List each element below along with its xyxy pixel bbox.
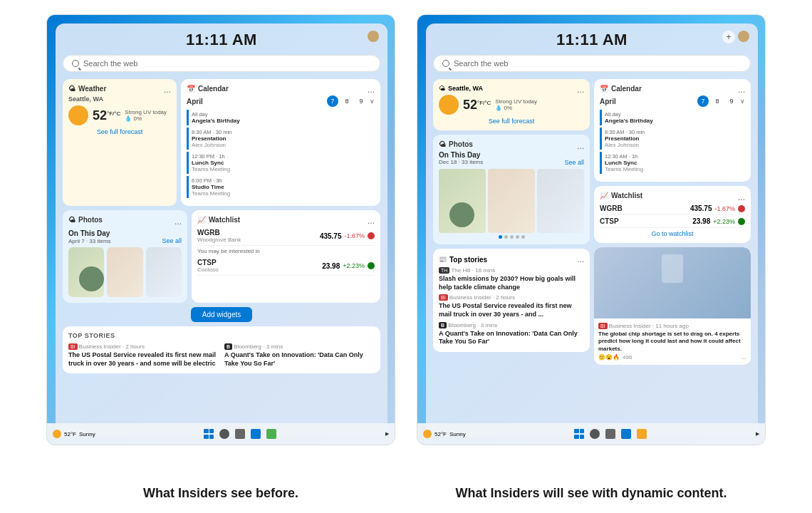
calendar-menu-before[interactable]: ...: [368, 85, 375, 95]
screenshots-row: 11:11 AM Search the web 🌤 Weather: [18, 0, 794, 485]
weather-title: 🌤 Weather: [68, 85, 171, 93]
taskbar-condition-before: Sunny: [79, 431, 95, 437]
grid-right: 📅 Calendar ... April 7 8 9: [594, 79, 751, 365]
taskbar-center-before: [204, 429, 276, 439]
weather-content-before: 52°F/°C Strong UV today 💧 0%: [68, 105, 171, 125]
taskbar-search-icon[interactable]: [219, 429, 229, 439]
stock-ctsp-after: CTSP 23.98 +2.23%: [600, 215, 745, 228]
windows-background-after: + 11:11 AM Search the web: [417, 15, 765, 445]
weather-location-after: Seattle, WA: [448, 85, 483, 92]
after-panel: + 11:11 AM Search the web: [417, 14, 766, 445]
panel-time-after: 11:11 AM: [433, 31, 751, 49]
plus-button-after[interactable]: +: [722, 31, 735, 43]
calendar-menu-after[interactable]: ...: [738, 85, 745, 95]
stock-dot-neg: [368, 232, 375, 239]
taskbar-teams-icon-after[interactable]: [621, 429, 631, 439]
search-bar-before[interactable]: Search the web: [63, 55, 380, 72]
stock-ctsp-info: CTSP Contoso: [197, 259, 219, 273]
cal-header-after: April 7 8 9 ∨: [600, 95, 745, 107]
photos-menu-before[interactable]: ...: [175, 217, 182, 227]
watchlist-menu-after[interactable]: ...: [738, 192, 745, 202]
taskbar-left-before: 52°F Sunny: [53, 430, 95, 438]
search-bar-after[interactable]: Search the web: [433, 55, 751, 72]
cal-days-after: 7 8 9 ∨: [697, 95, 745, 107]
weather-forecast-link-after[interactable]: See full forecast: [439, 118, 584, 125]
taskbar-temp-after: 52°F: [434, 431, 447, 437]
stock-dot-pos: [368, 262, 375, 269]
stock-ctsp-info-after: CTSP: [600, 217, 619, 225]
weather-menu-before[interactable]: ...: [164, 85, 171, 95]
widget-panel-after: + 11:11 AM Search the web: [426, 24, 758, 437]
taskbar-cursor-after: ▶: [756, 431, 759, 437]
search-icon-after: [442, 60, 449, 67]
top-stories-after-left: 📰 Top stories ... TH The Hill · 18 mins: [433, 249, 590, 352]
right-article-icon: BI: [598, 323, 608, 329]
watchlist-header-after: 📈 Watchlist ...: [600, 192, 745, 202]
stock-wgrb-before: WGRB Woodgrove Bank 435.75 -1.67%: [197, 227, 375, 246]
photos-header-after: 🌤 Photos ...: [439, 140, 584, 151]
calendar-title-after: 📅 Calendar: [600, 85, 745, 93]
weather-conditions: Strong UV today 💧 0%: [125, 109, 167, 122]
taskbar-app-icon-after[interactable]: [637, 429, 647, 439]
taskbar-weather-icon-before: [53, 430, 61, 438]
cal-day-after-8[interactable]: 8: [712, 95, 723, 107]
weather-forecast-link-before[interactable]: See full forecast: [68, 128, 171, 135]
taskbar-teams-icon[interactable]: [251, 429, 261, 439]
cal-day-9[interactable]: 9: [355, 95, 367, 107]
article-menu[interactable]: ...: [741, 354, 746, 361]
taskbar-widgets-icon-after[interactable]: [605, 429, 615, 439]
photos-full-grid: [439, 169, 584, 233]
news-source-icon-0: BI: [68, 343, 78, 350]
top-stories-before: TOP STORIES BI Business Insider · 2 hour…: [63, 326, 380, 373]
caption-after: What Insiders will see with dynamic cont…: [417, 485, 766, 502]
go-watchlist-after[interactable]: Go to watchlist: [600, 230, 745, 237]
photos-subtitle-after: On This Day: [439, 151, 584, 159]
taskbar-app-icon[interactable]: [266, 429, 276, 439]
watchlist-menu-before[interactable]: ...: [368, 216, 375, 226]
stock-wgrb-after: WGRB 435.75 -1.67%: [600, 202, 745, 215]
taskbar-widgets-icon[interactable]: [235, 429, 245, 439]
weather-menu-after[interactable]: ...: [577, 85, 584, 95]
photos-widget-after: 🌤 Photos ... On This Day Dec 18 · 33 ite…: [433, 135, 590, 244]
may-interest-before: You may be interested in: [197, 248, 375, 254]
weather-sun-after: [439, 95, 459, 115]
cal-day-after-9[interactable]: 9: [726, 95, 737, 107]
before-panel: 11:11 AM Search the web 🌤 Weather: [46, 14, 395, 445]
weather-widget-before: 🌤 Weather ... Seattle, WA 52°F/°C: [63, 79, 177, 206]
top-widgets-before: 🌤 Weather ... Seattle, WA 52°F/°C: [63, 79, 380, 206]
add-widgets-button[interactable]: Add widgets: [191, 307, 252, 322]
search-icon: [72, 60, 79, 67]
top-stories-menu[interactable]: ...: [577, 254, 584, 264]
taskbar-left-after: 52°F Sunny: [423, 430, 466, 438]
photo-item-3: [537, 169, 584, 233]
news-source-icon-1: B: [224, 343, 232, 350]
cal-event-0: All day Angela's Birthday: [187, 110, 375, 125]
ts-article-2: B Bloomberg · 3 mins A Quant's Take on I…: [439, 322, 584, 346]
photos-see-all-before[interactable]: See all: [162, 237, 182, 244]
photos-title-before: 🌤 Photos: [68, 216, 103, 224]
reaction-count: 496: [623, 354, 632, 361]
stock-dot-pos-after: [738, 218, 745, 225]
cal-event-after-1: 8:30 AM · 30 min Presentation Alex Johns…: [600, 128, 745, 150]
ts-icon-2: B: [439, 322, 447, 328]
photos-see-all-after[interactable]: See all: [564, 159, 584, 166]
windows-logo-before[interactable]: [204, 429, 214, 439]
search-placeholder-after: Search the web: [454, 59, 508, 68]
ts-icon-0: TH: [439, 267, 449, 274]
cal-day-after-7[interactable]: 7: [697, 95, 709, 107]
cal-day-7[interactable]: 7: [327, 95, 338, 107]
top-stories-title-before: TOP STORIES: [68, 332, 375, 339]
cal-day-8[interactable]: 8: [341, 95, 353, 107]
weather-location-after-row: 🌤 Seattle, WA: [439, 85, 584, 92]
calendar-title-before: 📅 Calendar: [187, 85, 375, 93]
cal-event-after-0: All day Angela's Birthday: [600, 110, 745, 125]
stock-wgrb-info: WGRB Woodgrove Bank: [197, 229, 241, 243]
stock-ctsp-before: CTSP Contoso 23.98 +2.23%: [197, 256, 375, 276]
photos-date-before: April 7 · 33 items: [68, 238, 111, 244]
photos-menu-after[interactable]: ...: [577, 141, 584, 151]
windows-logo-after[interactable]: [574, 429, 584, 439]
watchlist-widget-after: 📈 Watchlist ... WGRB: [594, 186, 751, 243]
photos-header-before: 🌤 Photos ...: [68, 216, 182, 227]
watchlist-title-before: 📈 Watchlist: [197, 216, 375, 224]
taskbar-search-icon-after[interactable]: [590, 429, 600, 439]
